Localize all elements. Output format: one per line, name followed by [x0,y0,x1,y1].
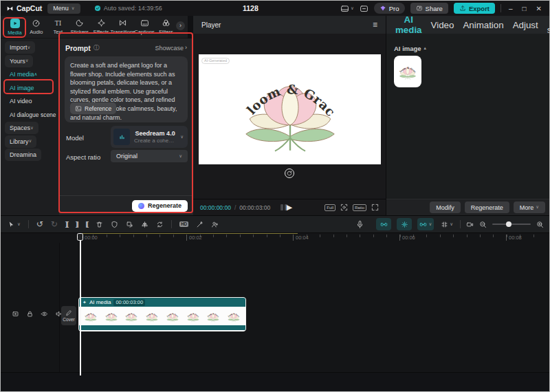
ratio-button[interactable]: Ratio [353,204,366,211]
play-button[interactable]: ▶ [287,204,292,211]
clip-selection-mode-button[interactable]: ∨ [439,218,454,230]
cursor-icon [8,221,15,228]
full-quality-button[interactable]: Full [324,204,336,211]
reference-button[interactable]: Reference [70,102,116,114]
sidebar-item-import[interactable]: Import ∨ [5,41,35,54]
tab-ai-media[interactable]: AI media [395,14,422,35]
share-button[interactable]: Share [410,3,448,14]
preview-axis-toggle[interactable]: ∨ [417,218,434,230]
delete-left-button[interactable]: ]| [76,221,78,228]
ai-media-clip[interactable]: ✦ AI media 00:00:03:00 [78,297,246,331]
slider-handle[interactable] [506,221,512,227]
tab-media[interactable]: Media [4,19,25,36]
more-button[interactable]: More ∨ [514,202,545,213]
regenerate-button[interactable]: Regenerate [132,200,188,212]
undo-button[interactable]: ↺ [36,220,43,228]
add-avatar-button[interactable] [211,221,219,228]
filters-icon [162,19,170,28]
focus-button[interactable] [340,204,348,211]
more-tabs-button[interactable]: › [176,21,185,30]
modify-button[interactable]: Modify [430,202,461,213]
sidebar-item-spaces[interactable]: Spaces ∨ [5,122,38,134]
fullscreen-button[interactable] [371,204,379,211]
linkage-toggle[interactable] [397,218,412,230]
player-menu-icon[interactable]: ≡ [373,21,377,29]
record-voiceover-button[interactable] [355,220,364,229]
info-icon[interactable]: ⓘ [94,43,100,52]
regenerate-button-right[interactable]: Regenerate [465,202,509,213]
delete-button[interactable] [96,221,103,228]
tab-transitions[interactable]: Transitions [112,19,133,35]
mask-button[interactable] [111,221,118,228]
filmstrip-frame [226,308,242,325]
refresh-icon [156,221,164,228]
playhead-handle[interactable] [77,233,83,241]
mirror-button[interactable] [141,221,148,228]
rotate-handle[interactable] [285,168,294,178]
caret-up-icon: ▴ [424,46,426,51]
lock-track-icon[interactable] [26,310,34,318]
split-button[interactable]: ][ [65,221,68,228]
replace-button[interactable] [156,221,164,228]
zoom-in-icon [536,221,544,228]
sidebar-item-ai-media[interactable]: AI media ∧ [5,68,42,80]
tab-stickers[interactable]: Stickers [69,19,90,35]
smart-edit-button[interactable] [196,221,204,228]
select-tool-button[interactable]: ∨ [8,221,21,228]
preview-canvas[interactable]: AI-Generated [199,54,381,164]
tab-filters[interactable]: Filters [155,19,177,35]
layout-switch-button[interactable]: ∨ [340,4,354,13]
timeline-zoom-slider[interactable] [492,224,531,225]
tab-text[interactable]: TI Text [47,19,69,35]
tab-effects[interactable]: Effects [91,19,112,35]
tab-adjust[interactable]: Adjust [513,20,538,30]
filmstrip-frame [82,308,99,325]
ai-image-section-toggle[interactable]: AI image ▴ [394,45,426,52]
window-minimize-button[interactable]: – [507,5,515,12]
add-person-icon [211,221,219,228]
menu-button[interactable]: Menu ∨ [47,3,80,14]
redo-button[interactable]: ↻ [51,220,58,228]
mirror-icon [141,221,148,228]
sidebar-item-yours[interactable]: Yours ∨ [5,55,33,67]
hide-track-icon[interactable] [41,310,48,318]
timeline-zoom-out-button[interactable] [479,221,487,228]
cover-button[interactable]: Cover [61,306,76,325]
tab-video[interactable]: Video [431,20,454,30]
tab-animation[interactable]: Animation [463,20,503,30]
export-button[interactable]: Export [454,3,495,14]
panel-toggle-button[interactable] [360,4,368,13]
tab-captions[interactable]: Captions [134,19,155,35]
window-close-button[interactable]: ✕ [534,5,544,12]
model-dropdown[interactable]: Seedream 4.0 Create a cohesive ... ∨ [111,126,188,148]
prompt-footer: Regenerate [59,195,193,215]
timeline-ruler[interactable] [80,235,546,237]
timeline-zoom-in-button[interactable] [536,221,544,228]
ai-gradient-icon [138,203,144,209]
hd-button[interactable]: HD [179,221,188,228]
ai-image-thumbnail[interactable] [394,56,421,87]
showcase-link[interactable]: Showcase › [155,45,187,52]
sidebar-item-dreamina[interactable]: Dreamina [5,149,41,161]
chevron-down-icon: ∨ [29,139,32,144]
render-preview-button[interactable] [466,221,474,228]
window-maximize-button[interactable]: □ [520,5,529,12]
chevron-down-icon: ∨ [30,126,34,131]
main-track-icon[interactable] [12,310,19,318]
sidebar-item-ai-dialogue-scene[interactable]: AI dialogue scene [5,109,58,121]
media-sidebar: Import ∨ Yours ∨ AI media ∧ AI image AI … [1,39,59,215]
aspect-ratio-dropdown[interactable]: Original ∨ [111,150,188,162]
filmstrip-frame [205,308,221,325]
filmstrip-frame [164,308,181,325]
sidebar-item-ai-image[interactable]: AI image [5,82,39,94]
crop-button[interactable] [126,221,133,228]
pro-badge[interactable]: Pro [374,3,405,14]
generated-logo-image[interactable] [223,56,358,163]
playhead-line[interactable] [80,240,81,375]
sidebar-item-ai-video[interactable]: AI video [5,95,37,107]
tab-audio[interactable]: Audio [25,19,47,35]
sidebar-item-library[interactable]: Library ∨ [5,135,36,148]
tab-ai-stylize[interactable]: AI stylize [547,14,550,35]
delete-right-button[interactable]: |[ [85,221,88,228]
auto-snap-toggle[interactable] [376,218,391,230]
